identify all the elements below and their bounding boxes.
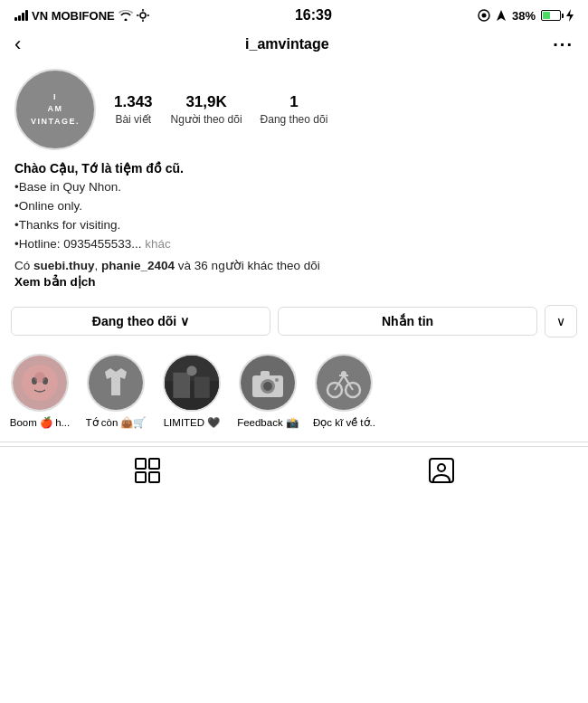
person-tag-icon	[429, 458, 454, 483]
bio-section: Chào Cậu, Tớ là tiệm đồ cũ. •Base in Quy…	[0, 161, 588, 298]
back-button[interactable]: ‹	[14, 33, 21, 56]
highlight-circle-shirt	[87, 354, 145, 412]
svg-rect-14	[165, 381, 219, 410]
bottom-nav	[0, 446, 588, 498]
grid-icon	[135, 458, 160, 483]
svg-rect-27	[149, 459, 159, 469]
svg-point-31	[438, 464, 445, 471]
bio-line1: •Base in Quy Nhon.	[14, 180, 121, 194]
stat-following[interactable]: 1 Đang theo dõi	[261, 93, 328, 126]
posts-count: 1.343	[114, 93, 153, 111]
svg-point-0	[140, 13, 146, 18]
svg-rect-16	[194, 376, 210, 397]
dropdown-button[interactable]: ∨	[545, 305, 577, 337]
highlight-label-doc: Đọc kĩ về tớ...	[313, 416, 375, 429]
svg-rect-15	[173, 372, 190, 397]
camera-icon	[251, 368, 284, 397]
bio-line2: •Online only.	[14, 199, 82, 213]
bio-text: •Base in Quy Nhon. •Online only. •Thanks…	[14, 178, 574, 254]
svg-point-12	[34, 372, 45, 383]
svg-point-20	[263, 382, 272, 391]
svg-rect-28	[136, 472, 146, 482]
limited-photo	[165, 354, 219, 412]
highlight-label-feedback: Feedback 📸	[237, 416, 299, 429]
highlight-item-boom[interactable]: Boom 🍎 h...	[9, 354, 71, 429]
tagged-posts-button[interactable]	[429, 458, 454, 483]
status-time: 16:39	[295, 7, 332, 24]
nav-bar: ‹ i_amvintage ···	[0, 27, 588, 65]
highlight-item-feedback[interactable]: Feedback 📸	[237, 354, 299, 429]
stat-posts[interactable]: 1.343 Bài viết	[114, 93, 153, 126]
svg-rect-26	[136, 459, 146, 469]
message-button[interactable]: Nhắn tin	[278, 307, 537, 336]
battery-icon	[541, 10, 561, 21]
following-button[interactable]: Đang theo dõi ∨	[11, 307, 270, 336]
avatar-text-line3: VINTAGE.	[31, 117, 80, 126]
svg-rect-21	[261, 371, 270, 377]
svg-point-22	[275, 378, 279, 382]
chevron-down-icon: ∨	[180, 314, 189, 328]
battery-pct-label: 38%	[512, 9, 536, 23]
avatar-container[interactable]: I AM VINTAGE.	[14, 69, 96, 150]
sun-icon	[137, 9, 149, 22]
svg-marker-7	[497, 10, 506, 21]
target-icon	[478, 9, 490, 22]
stat-followers[interactable]: 31,9K Người theo dõi	[171, 93, 242, 126]
chevron-icon: ∨	[556, 314, 565, 328]
bio-line4: •Hotline: 0935455533...	[14, 237, 142, 251]
location-arrow-icon	[496, 9, 507, 22]
profile-header: I AM VINTAGE. 1.343 Bài viết 31,9K Người…	[0, 65, 588, 161]
follower1[interactable]: suebi.thuy	[33, 259, 95, 272]
bio-followers: Có suebi.thuy, phanie_2404 và 36 người k…	[14, 258, 574, 272]
following-count: 1	[289, 93, 298, 111]
bike-icon	[326, 366, 362, 399]
carrier-label: VN MOBIFONE	[32, 9, 115, 23]
bio-line3: •Thanks for visiting.	[14, 218, 120, 232]
lightning-icon	[566, 9, 574, 22]
posts-label: Bài viết	[115, 113, 151, 126]
highlight-label-boom: Boom 🍎 h...	[10, 416, 70, 429]
profile-username-title: i_amvintage	[245, 36, 328, 52]
highlight-circle-doc	[315, 354, 373, 412]
status-left: VN MOBIFONE	[14, 9, 149, 23]
highlight-circle-feedback	[239, 354, 297, 412]
highlight-item-limited[interactable]: LIMITED 🖤	[161, 354, 223, 429]
highlights-section: Boom 🍎 h... Tớ còn 👜🛒	[0, 348, 588, 442]
bio-display-name: Chào Cậu, Tớ là tiệm đồ cũ.	[14, 161, 574, 176]
wifi-icon	[119, 10, 133, 21]
status-bar: VN MOBIFONE 16:39 38%	[0, 0, 588, 27]
status-right: 38%	[478, 9, 574, 23]
svg-point-17	[186, 366, 196, 375]
content-divider	[0, 442, 588, 442]
followers-count: 31,9K	[185, 93, 226, 111]
follower2[interactable]: phanie_2404	[101, 259, 175, 272]
signal-icon	[14, 10, 28, 21]
svg-rect-29	[149, 472, 159, 482]
highlight-circle-limited	[163, 354, 221, 412]
avatar-text-line2: AM	[48, 104, 63, 113]
face-illustration	[18, 361, 62, 404]
avatar: I AM VINTAGE.	[14, 69, 96, 150]
action-buttons: Đang theo dõi ∨ Nhắn tin ∨	[0, 298, 588, 348]
bio-more[interactable]: khác	[142, 237, 171, 251]
more-button[interactable]: ···	[553, 34, 574, 55]
highlight-label-shirt: Tớ còn 👜🛒	[86, 416, 147, 429]
svg-marker-8	[566, 9, 574, 22]
avatar-text-line1: I	[53, 92, 57, 101]
grid-view-button[interactable]	[135, 458, 160, 483]
followers-label: Người theo dõi	[171, 113, 242, 126]
translate-button[interactable]: Xem bản dịch	[14, 274, 574, 289]
highlight-label-limited: LIMITED 🖤	[164, 416, 221, 429]
profile-stats: 1.343 Bài viết 31,9K Người theo dõi 1 Đa…	[114, 93, 327, 126]
following-label: Đang theo dõi	[261, 113, 328, 126]
highlight-item-doc[interactable]: Đọc kĩ về tớ...	[313, 354, 375, 429]
highlight-circle-boom	[11, 354, 69, 412]
shirt-icon	[100, 366, 132, 399]
highlight-item-shirt[interactable]: Tớ còn 👜🛒	[85, 354, 147, 429]
svg-point-6	[481, 14, 486, 18]
